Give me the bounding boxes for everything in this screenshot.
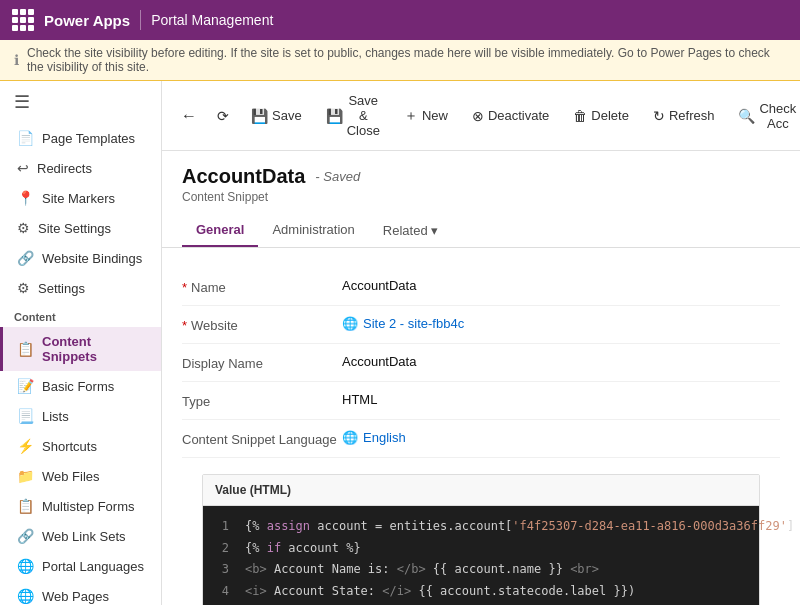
delete-button[interactable]: 🗑 Delete <box>562 102 640 130</box>
field-website-value[interactable]: 🌐 Site 2 - site-fbb4c <box>342 316 780 331</box>
deactivate-icon: ⊗ <box>472 108 484 124</box>
basic-forms-icon: 📝 <box>17 378 34 394</box>
tab-administration[interactable]: Administration <box>258 214 368 247</box>
web-files-icon: 📁 <box>17 468 34 484</box>
sidebar-item-settings[interactable]: ⚙ Settings <box>0 273 161 303</box>
language-globe-icon: 🌐 <box>342 430 358 445</box>
new-button[interactable]: ＋ New <box>393 101 459 131</box>
refresh-nav-button[interactable]: ⟳ <box>208 102 238 130</box>
content-area: ← ⟳ 💾 Save 💾 Save & Close ＋ New ⊗ Deacti… <box>162 81 800 605</box>
portal-languages-icon: 🌐 <box>17 558 34 574</box>
delete-icon: 🗑 <box>573 108 587 124</box>
page-title: AccountData <box>182 165 305 188</box>
sidebar-item-web-pages[interactable]: 🌐 Web Pages <box>0 581 161 605</box>
topbar-separator <box>140 10 141 30</box>
field-name-label: *Name <box>182 278 342 295</box>
sidebar-label-settings: Settings <box>38 281 85 296</box>
check-acc-label: Check Acc <box>759 101 796 131</box>
redirects-icon: ↩ <box>17 160 29 176</box>
field-content-snippet-language-value[interactable]: 🌐 English <box>342 430 780 445</box>
deactivate-label: Deactivate <box>488 108 549 123</box>
code-editor[interactable]: 1 {% assign account = entities.account['… <box>203 506 759 605</box>
sidebar-label-basic-forms: Basic Forms <box>42 379 114 394</box>
save-label: Save <box>272 108 302 123</box>
website-bindings-icon: 🔗 <box>17 250 34 266</box>
apps-grid-icon[interactable] <box>12 9 34 31</box>
code-line-1: 1 {% assign account = entities.account['… <box>213 516 749 538</box>
sidebar-item-web-link-sets[interactable]: 🔗 Web Link Sets <box>0 521 161 551</box>
code-section-header: Value (HTML) <box>203 475 759 506</box>
sidebar-label-multistep-forms: Multistep Forms <box>42 499 134 514</box>
sidebar-label-shortcuts: Shortcuts <box>42 439 97 454</box>
field-type-value: HTML <box>342 392 780 407</box>
sidebar-item-redirects[interactable]: ↩ Redirects <box>0 153 161 183</box>
sidebar-label-page-templates: Page Templates <box>42 131 135 146</box>
back-button[interactable]: ← <box>172 101 206 131</box>
sidebar-item-website-bindings[interactable]: 🔗 Website Bindings <box>0 243 161 273</box>
refresh-label: Refresh <box>669 108 715 123</box>
settings-icon: ⚙ <box>17 280 30 296</box>
web-pages-icon: 🌐 <box>17 588 34 604</box>
tabs: General Administration Related ▾ <box>162 204 800 248</box>
sidebar-menu-icon[interactable]: ☰ <box>0 81 161 123</box>
code-line-3: 3 <b> Account Name is: </b> {{ account.n… <box>213 559 749 581</box>
field-display-name: Display Name AccountData <box>182 344 780 382</box>
language-link-text: English <box>363 430 406 445</box>
field-website: *Website 🌐 Site 2 - site-fbb4c <box>182 306 780 344</box>
infobar: ℹ Check the site visibility before editi… <box>0 40 800 81</box>
site-settings-icon: ⚙ <box>17 220 30 236</box>
shortcuts-icon: ⚡ <box>17 438 34 454</box>
page-subtitle: Content Snippet <box>182 190 780 204</box>
tab-general[interactable]: General <box>182 214 258 247</box>
sidebar-label-redirects: Redirects <box>37 161 92 176</box>
field-website-label: *Website <box>182 316 342 333</box>
sidebar: ☰ 📄 Page Templates ↩ Redirects 📍 Site Ma… <box>0 81 162 605</box>
module-name: Portal Management <box>151 12 273 28</box>
sidebar-label-content-snippets: Content Snippets <box>42 334 147 364</box>
code-section: Value (HTML) 1 {% assign account = entit… <box>202 474 760 605</box>
multistep-forms-icon: 📋 <box>17 498 34 514</box>
field-display-name-value: AccountData <box>342 354 780 369</box>
infobar-message: Check the site visibility before editing… <box>27 46 786 74</box>
sidebar-item-shortcuts[interactable]: ⚡ Shortcuts <box>0 431 161 461</box>
required-star-website: * <box>182 318 187 333</box>
sidebar-item-page-templates[interactable]: 📄 Page Templates <box>0 123 161 153</box>
deactivate-button[interactable]: ⊗ Deactivate <box>461 102 560 130</box>
sidebar-item-content-snippets[interactable]: 📋 Content Snippets <box>0 327 161 371</box>
save-icon: 💾 <box>251 108 268 124</box>
toolbar: ← ⟳ 💾 Save 💾 Save & Close ＋ New ⊗ Deacti… <box>162 81 800 151</box>
page-header: AccountData - Saved Content Snippet <box>162 151 800 204</box>
lists-icon: 📃 <box>17 408 34 424</box>
new-icon: ＋ <box>404 107 418 125</box>
sidebar-item-site-settings[interactable]: ⚙ Site Settings <box>0 213 161 243</box>
site-markers-icon: 📍 <box>17 190 34 206</box>
sidebar-item-site-markers[interactable]: 📍 Site Markers <box>0 183 161 213</box>
brand-name: Power Apps <box>44 12 130 29</box>
tab-related-chevron: ▾ <box>431 223 438 238</box>
check-acc-icon: 🔍 <box>738 108 755 124</box>
save-close-button[interactable]: 💾 Save & Close <box>315 87 391 144</box>
field-type: Type HTML <box>182 382 780 420</box>
sidebar-item-portal-languages[interactable]: 🌐 Portal Languages <box>0 551 161 581</box>
sidebar-label-website-bindings: Website Bindings <box>42 251 142 266</box>
sidebar-item-web-files[interactable]: 📁 Web Files <box>0 461 161 491</box>
check-acc-button[interactable]: 🔍 Check Acc <box>727 95 800 137</box>
field-name: *Name AccountData <box>182 268 780 306</box>
sidebar-item-lists[interactable]: 📃 Lists <box>0 401 161 431</box>
field-display-name-label: Display Name <box>182 354 342 371</box>
field-name-value: AccountData <box>342 278 780 293</box>
sidebar-label-web-files: Web Files <box>42 469 100 484</box>
sidebar-label-web-link-sets: Web Link Sets <box>42 529 126 544</box>
refresh-button[interactable]: ↻ Refresh <box>642 102 726 130</box>
topbar: Power Apps Portal Management <box>0 0 800 40</box>
sidebar-item-basic-forms[interactable]: 📝 Basic Forms <box>0 371 161 401</box>
sidebar-label-site-markers: Site Markers <box>42 191 115 206</box>
sidebar-label-lists: Lists <box>42 409 69 424</box>
tab-related[interactable]: Related ▾ <box>369 215 452 246</box>
code-line-4: 4 <i> Account State: </i> {{ account.sta… <box>213 581 749 603</box>
main-layout: ☰ 📄 Page Templates ↩ Redirects 📍 Site Ma… <box>0 81 800 605</box>
sidebar-item-multistep-forms[interactable]: 📋 Multistep Forms <box>0 491 161 521</box>
save-button[interactable]: 💾 Save <box>240 102 313 130</box>
globe-icon: 🌐 <box>342 316 358 331</box>
sidebar-label-portal-languages: Portal Languages <box>42 559 144 574</box>
